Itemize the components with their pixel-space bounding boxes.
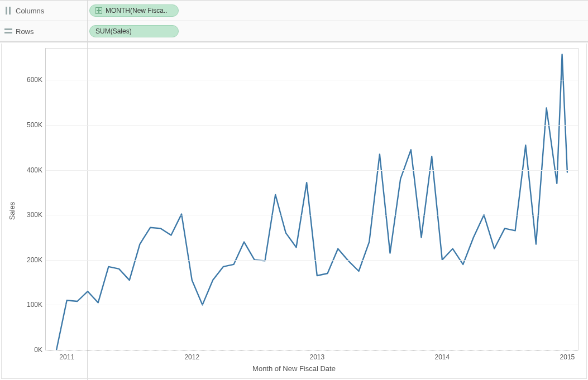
app-root: Columns MONTH(New Fisca.. Rows SUM(Sales… xyxy=(0,0,588,380)
x-tick: 2013 xyxy=(309,353,324,361)
y-gridline xyxy=(46,260,578,261)
y-gridline xyxy=(46,80,578,80)
y-axis-label: Sales xyxy=(8,202,16,220)
y-tick: 0K xyxy=(34,346,42,354)
y-tick: 200K xyxy=(27,256,42,264)
chart-area[interactable]: Sales Month of New Fiscal Date 0K100K200… xyxy=(1,44,587,379)
zero-line xyxy=(46,350,578,350)
y-gridline xyxy=(46,305,578,305)
rows-shelf[interactable]: Rows SUM(Sales) xyxy=(0,21,588,42)
y-tick: 100K xyxy=(27,301,42,309)
columns-pill-text: MONTH(New Fisca.. xyxy=(106,4,168,17)
x-tick: 2014 xyxy=(435,353,450,361)
y-gridline xyxy=(46,170,578,171)
rows-label-text: Rows xyxy=(16,27,34,36)
rows-pill[interactable]: SUM(Sales) xyxy=(89,25,179,37)
x-tick: 2012 xyxy=(184,353,199,361)
rows-icon xyxy=(4,27,12,35)
columns-shelf-label: Columns xyxy=(4,7,83,15)
columns-label-text: Columns xyxy=(16,7,44,15)
y-tick: 600K xyxy=(27,76,42,84)
y-tick: 300K xyxy=(27,211,42,219)
x-axis-label: Month of New Fiscal Date xyxy=(252,364,336,373)
y-tick: 400K xyxy=(27,166,42,174)
y-gridline xyxy=(46,125,578,126)
shelves: Columns MONTH(New Fisca.. Rows SUM(Sales… xyxy=(0,0,588,42)
columns-icon xyxy=(4,7,12,15)
rows-pill-text: SUM(Sales) xyxy=(95,25,132,37)
x-tick: 2011 xyxy=(59,353,74,361)
expand-icon[interactable] xyxy=(95,7,102,14)
y-gridline xyxy=(46,215,578,215)
columns-shelf[interactable]: Columns MONTH(New Fisca.. xyxy=(0,0,588,21)
rows-shelf-label: Rows xyxy=(4,27,83,36)
x-tick: 2015 xyxy=(560,353,575,361)
columns-pill[interactable]: MONTH(New Fisca.. xyxy=(89,4,179,17)
plot[interactable]: 0K100K200K300K400K500K600K20112012201320… xyxy=(45,48,579,350)
y-tick: 500K xyxy=(27,121,42,129)
